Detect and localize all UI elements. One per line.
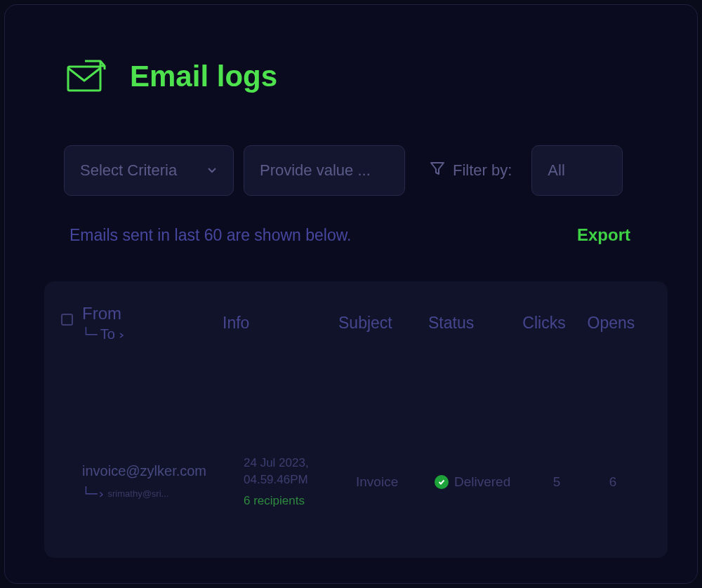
scope-select[interactable]: All: [531, 145, 623, 196]
col-clicks: Clicks: [507, 304, 581, 333]
page-title: Email logs: [130, 60, 277, 93]
criteria-select[interactable]: Select Criteria: [64, 145, 234, 196]
header: Email logs: [5, 5, 697, 99]
table-header: From └─ To Info Subject Status Clicks Op…: [61, 304, 651, 342]
value-input[interactable]: Provide value ...: [244, 145, 405, 196]
row-opens: 6: [588, 474, 638, 490]
chevron-right-icon: [118, 326, 125, 342]
col-from-to: From └─ To: [82, 304, 223, 342]
row-from: invoice@zylker.com: [82, 463, 244, 479]
select-all-checkbox[interactable]: [61, 314, 73, 326]
email-logs-icon: [64, 54, 110, 99]
email-logs-panel: Email logs Select Criteria Provide value…: [4, 4, 698, 584]
col-info: Info: [223, 304, 338, 333]
col-status: Status: [428, 304, 507, 333]
chevron-down-icon: [206, 161, 218, 180]
row-subject: Invoice: [356, 474, 435, 490]
row-date: 24 Jul 2023,: [244, 455, 356, 472]
export-button[interactable]: Export: [577, 225, 630, 245]
col-opens: Opens: [581, 304, 641, 333]
table-row[interactable]: invoice@zylker.com └─› srimathy@sri... 2…: [61, 455, 651, 509]
col-subject: Subject: [338, 304, 428, 333]
email-table: From └─ To Info Subject Status Clicks Op…: [44, 281, 668, 558]
row-to: srimathy@sri...: [108, 488, 169, 499]
row-clicks: 5: [526, 474, 588, 490]
row-status: Delivered: [454, 474, 510, 490]
info-row: Emails sent in last 60 are shown below. …: [5, 196, 697, 245]
filters-row: Select Criteria Provide value ... Filter…: [5, 99, 697, 196]
svg-rect-0: [68, 67, 100, 91]
tree-connector-icon: └─›: [82, 486, 105, 501]
criteria-select-label: Select Criteria: [80, 161, 177, 180]
row-recipients: 6 recipients: [244, 493, 356, 509]
tree-connector-icon: └─: [82, 327, 98, 342]
filter-by-label: Filter by:: [429, 160, 512, 181]
info-note: Emails sent in last 60 are shown below.: [69, 226, 351, 245]
row-time: 04.59.46PM: [244, 472, 356, 488]
check-circle-icon: [435, 475, 449, 489]
filter-icon: [429, 160, 446, 181]
scope-select-value: All: [548, 161, 564, 180]
value-input-placeholder: Provide value ...: [260, 161, 371, 180]
